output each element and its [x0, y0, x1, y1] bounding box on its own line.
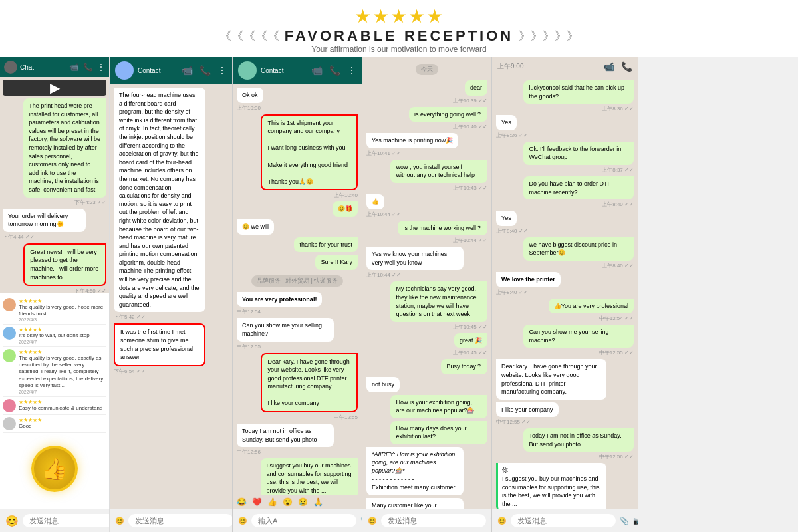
avatar-2 [115, 61, 134, 80]
video-icon-1[interactable]: 📹 [69, 63, 79, 72]
emoji-option[interactable]: 😢 [298, 497, 308, 507]
msg-wrapper: we have biggest discount price in Septem… [496, 237, 634, 269]
menu-icon-2[interactable]: ⋮ [217, 65, 227, 76]
emoji-option[interactable]: ❤️ [252, 497, 262, 507]
msg-bubble: I like your company [496, 402, 559, 418]
emoji-icon-1[interactable]: 😊 [5, 515, 19, 527]
msg-bubble: is everything going well？ [409, 107, 487, 122]
msg-wrapper: *AIIREY: How is your exhibition going, a… [366, 447, 487, 495]
msg-time: 上午10:43 ✓✓ [453, 184, 487, 192]
msg-time: 中午12:55 ✓✓ [496, 418, 531, 426]
msg-wrapper: 😊🎁 [237, 201, 358, 217]
emoji-icon-5[interactable]: 😊 [497, 517, 507, 525]
msg-time: 上午10:30 [237, 104, 261, 112]
msg-bubble: great 🎉 [454, 333, 487, 348]
msg-time: 上午10:45 ✓✓ [453, 323, 487, 331]
review-text: The quality is very good, hope more frie… [19, 304, 106, 318]
chat-name-3: Contact [261, 67, 283, 74]
phone-icon-1[interactable]: 📞 [83, 63, 93, 72]
video-icon-3[interactable]: 📹 [311, 65, 323, 76]
emoji-option[interactable]: 🙏 [313, 497, 323, 507]
msg-time: 中午12:55 [334, 414, 358, 421]
msg-time: 中午12:55 ✓✓ [599, 349, 634, 356]
msg-time: 中午12:56 ✓✓ [599, 453, 634, 460]
msg-wrapper: Sure !! Kary [237, 255, 358, 270]
chat-messages-4: 今天 dear 上午10:39 ✓✓ is everything going w… [362, 57, 491, 509]
review-item: ★★★★★ It's okay to wait, but don't stop … [3, 325, 106, 346]
msg-bubble: is the machine working well？ [398, 221, 487, 236]
msg-bubble: 👍 [366, 194, 384, 209]
msg-wrapper: I suggest you buy our machines and consu… [237, 458, 358, 495]
review-item: ★★★★★ The quality is very good, exactly … [3, 347, 106, 397]
msg-bubble: *AIIREY: How is your exhibition going, a… [366, 447, 464, 495]
msg-bubble: Today I am not in office as Sunday. But … [523, 428, 634, 452]
review-text: It's okay to wait, but don't stop [19, 332, 90, 339]
review-date: 2022/4/3 [19, 317, 106, 322]
msg-time: 中午12:54 ✓✓ [599, 315, 634, 322]
header-icons-2: 📹 📞 ⋮ [182, 65, 227, 76]
subtitle: Your affirmation is our motivation to mo… [0, 45, 798, 54]
emoji-icon-3[interactable]: 😊 [238, 517, 247, 525]
msg-wrapper: Ok ok 上午10:30 [237, 88, 358, 112]
left-arrows: 《《《《《 [219, 28, 279, 44]
msg-wrapper: Many customer like your machine [366, 498, 487, 509]
review-content: ★★★★★ Good [19, 417, 42, 430]
message-input-1[interactable] [23, 514, 110, 527]
msg-wrapper: is everything going well？ 上午10:40 ✓✓ [366, 107, 487, 131]
menu-icon-1[interactable]: ⋮ [97, 63, 105, 72]
msg-wrapper: great 🎉 上午10:45 ✓✓ [366, 333, 487, 357]
attach-icon-5[interactable]: 📎 [620, 517, 629, 525]
msg-bubble: How many days does your exhibition last? [390, 421, 487, 444]
message-input-2[interactable] [128, 514, 233, 527]
star-rating: ★★★★★ [0, 5, 798, 27]
header-icons-3: 📹 📞 ⋮ [311, 65, 356, 76]
emoji-icon-2[interactable]: 😊 [115, 517, 124, 525]
thumbs-badge: 👍 [31, 446, 78, 492]
chat-name-1: Chat [20, 64, 34, 71]
msg-wrapper: luckyconsol said that he can pick up the… [496, 80, 634, 112]
camera-icon-5[interactable]: 📷 [633, 517, 638, 525]
msg-bubble: Many customer like your machine [366, 498, 464, 509]
emoji-option[interactable]: 😂 [237, 497, 247, 507]
msg-bubble: My technicians say very good, they like … [390, 281, 487, 321]
msg-bubble: Dear kary. I have gone through your webs… [496, 359, 606, 399]
emoji-option[interactable]: 👍 [267, 497, 277, 507]
message-input-5[interactable] [511, 514, 616, 527]
phone-icon-5[interactable]: 📞 [621, 61, 632, 72]
msg-wrapper: The print head were pre-installed for cu… [3, 98, 106, 206]
video-icon-5[interactable]: 📹 [603, 61, 614, 72]
video-icon-2[interactable]: 📹 [182, 65, 193, 76]
msg-wrapper: Do you have plan to order DTF machine re… [496, 176, 634, 208]
phone-icon-3[interactable]: 📞 [329, 65, 340, 76]
msg-time: 上午8:40 ✓✓ [602, 262, 634, 269]
date-divider: 品牌服务 | 对外贸易 | 快递服务 [251, 275, 344, 287]
chat-input-bar-4[interactable]: 😊 📎 📷 🎤 [362, 509, 491, 532]
chat-input-bar-3[interactable]: 😊 📎 📷 🎤 [233, 509, 362, 532]
emoji-icon-4[interactable]: 😊 [368, 517, 377, 525]
msg-bubble: You are very professional! [237, 292, 322, 307]
chat-input-bar-2[interactable]: 😊 📎 📷 🎤 [110, 509, 232, 532]
msg-wrapper: Today I am not in office as Sunday. But … [496, 428, 634, 460]
msg-bubble: Today I am not in office as Sunday. But … [237, 424, 334, 447]
msg-bubble: Yes [496, 115, 517, 130]
msg-time: 中午12:56 [237, 448, 261, 456]
review-content: ★★★★★ The quality is very good, exactly … [19, 349, 106, 394]
panel-5: 上午9:00 📹 📞 luckyconsol said that he can … [492, 57, 638, 532]
msg-wrapper: We love the printer 上午8:40 ✓✓ [496, 272, 634, 296]
review-content: ★★★★★ It's okay to wait, but don't stop … [19, 327, 90, 344]
review-date: 2022/4/7 [19, 340, 90, 344]
message-input-3[interactable] [251, 514, 356, 527]
msg-time: 上午10:40 [334, 192, 358, 199]
emoji-option[interactable]: 😮 [283, 497, 293, 507]
message-input-4[interactable] [381, 514, 486, 527]
main-content: Chat 📹 📞 ⋮ ▶ The print head were pre-ins… [0, 57, 798, 532]
menu-icon-3[interactable]: ⋮ [347, 65, 356, 76]
chat-input-bar-5[interactable]: 😊 📎 📷 🎤 [492, 509, 638, 532]
right-arrows: 》》》》》 [519, 28, 579, 44]
thumbs-up-icon: 👍 [31, 446, 78, 492]
chat-input-bar-1[interactable]: 😊 📎 📷 🎤 [0, 509, 109, 532]
msg-bubble: Busy today？ [441, 359, 487, 374]
msg-time: 下午6:54 ✓✓ [114, 368, 146, 375]
phone-icon-2[interactable]: 📞 [200, 65, 211, 76]
msg-bubble-highlighted: Great news! I will be very pleased to ge… [23, 243, 106, 286]
